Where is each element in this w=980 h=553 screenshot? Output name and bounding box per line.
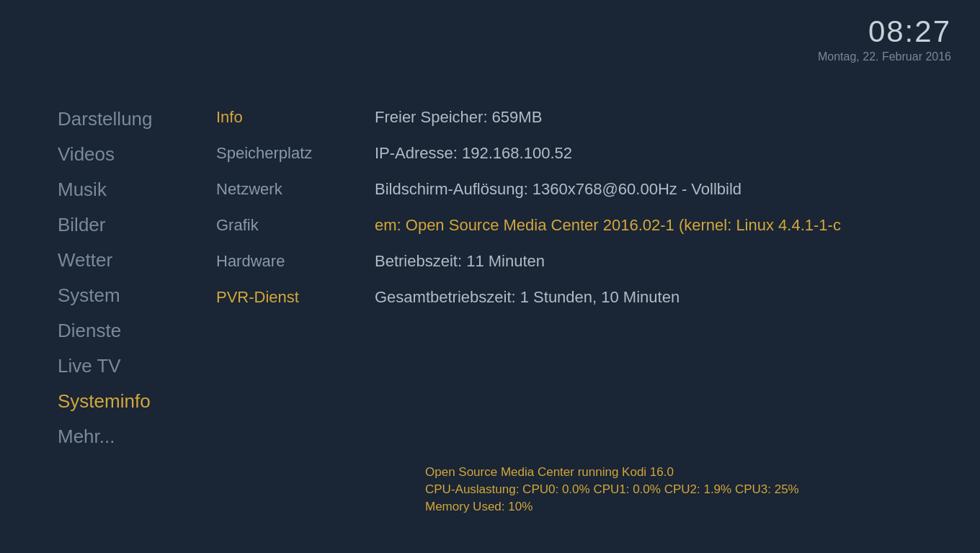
sidebar-link-livetv[interactable]: Live TV — [58, 355, 121, 377]
bottom-line2: CPU-Auslastung: CPU0: 0.0% CPU1: 0.0% CP… — [425, 482, 951, 497]
sidebar-nav: Darstellung Videos Musik Bilder Wetter S… — [58, 108, 216, 553]
submenu: Info Speicherplatz Netzwerk Grafik Hardw… — [216, 108, 360, 553]
submenu-link-pvr[interactable]: PVR-Dienst — [216, 288, 299, 306]
sidebar-item-system[interactable]: System — [58, 284, 216, 307]
sidebar-link-darstellung[interactable]: Darstellung — [58, 108, 153, 130]
sidebar-item-darstellung[interactable]: Darstellung — [58, 108, 216, 130]
bottom-line3: Memory Used: 10% — [425, 500, 951, 514]
sidebar-item-dienste[interactable]: Dienste — [58, 320, 216, 342]
clock-date: Montag, 22. Februar 2016 — [818, 50, 951, 63]
info-betriebszeit: Betriebszeit: 11 Minuten — [375, 252, 980, 271]
bottom-line1: Open Source Media Center running Kodi 16… — [425, 465, 951, 480]
submenu-link-netzwerk[interactable]: Netzwerk — [216, 180, 282, 198]
submenu-item-pvr[interactable]: PVR-Dienst — [216, 288, 360, 307]
sidebar-item-wetter[interactable]: Wetter — [58, 249, 216, 271]
submenu-link-grafik[interactable]: Grafik — [216, 216, 259, 234]
sidebar-item-livetv[interactable]: Live TV — [58, 355, 216, 377]
submenu-item-speicherplatz[interactable]: Speicherplatz — [216, 144, 360, 163]
clock-section: 08:27 Montag, 22. Februar 2016 — [818, 14, 951, 63]
bottom-status: Open Source Media Center running Kodi 16… — [425, 465, 951, 517]
sidebar-link-videos[interactable]: Videos — [58, 143, 115, 165]
submenu-item-info[interactable]: Info — [216, 108, 360, 127]
submenu-item-netzwerk[interactable]: Netzwerk — [216, 180, 360, 199]
info-ip-adresse: IP-Adresse: 192.168.100.52 — [375, 144, 980, 163]
clock-time: 08:27 — [818, 14, 951, 49]
sidebar-link-wetter[interactable]: Wetter — [58, 249, 112, 271]
submenu-item-grafik[interactable]: Grafik — [216, 216, 360, 235]
sidebar-item-bilder[interactable]: Bilder — [58, 214, 216, 236]
info-system-name: em: Open Source Media Center 2016.02-1 (… — [375, 216, 980, 235]
sidebar-item-mehr[interactable]: Mehr... — [58, 426, 216, 448]
submenu-link-hardware[interactable]: Hardware — [216, 252, 285, 270]
sidebar-link-bilder[interactable]: Bilder — [58, 214, 105, 235]
sidebar-item-musik[interactable]: Musik — [58, 179, 216, 201]
info-gesamt-betriebszeit: Gesamtbetriebszeit: 1 Stunden, 10 Minute… — [375, 288, 980, 307]
sidebar-item-systeminfo[interactable]: Systeminfo — [58, 390, 216, 413]
sidebar-link-mehr[interactable]: Mehr... — [58, 426, 115, 447]
info-bildschirm: Bildschirm-Auflösung: 980x553@60.00Hz -… — [375, 180, 980, 199]
sidebar-link-musik[interactable]: Musik — [58, 179, 107, 200]
submenu-link-speicherplatz[interactable]: Speicherplatz — [216, 144, 312, 162]
submenu-item-hardware[interactable]: Hardware — [216, 252, 360, 271]
sidebar-link-system[interactable]: System — [58, 284, 120, 306]
submenu-link-info[interactable]: Info — [216, 108, 243, 126]
sidebar-link-systeminfo[interactable]: Systeminfo — [58, 390, 151, 412]
info-freier-speicher: Freier Speicher: 659MB — [375, 108, 980, 127]
sidebar-item-videos[interactable]: Videos — [58, 143, 216, 166]
sidebar-link-dienste[interactable]: Dienste — [58, 320, 121, 341]
